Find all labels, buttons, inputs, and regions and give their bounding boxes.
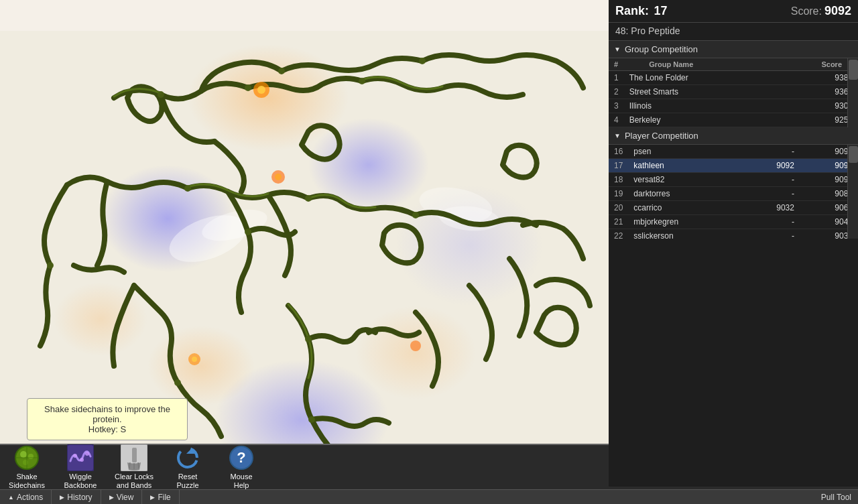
group-row-rank: 2	[609, 85, 624, 99]
history-menu-item[interactable]: ▶ History	[52, 490, 101, 504]
clear-locks-label: Clear Locksand Bands	[115, 472, 154, 490]
reset-puzzle-label: ResetPuzzle	[176, 472, 198, 490]
group-rows-table: 1 The Lone Folder 9388 2 Street Smarts 9…	[609, 71, 858, 127]
reset-puzzle-icon	[174, 444, 201, 471]
actions-label: Actions	[17, 493, 43, 502]
pull-tool-button[interactable]: Pull Tool	[609, 489, 858, 504]
group-table-scroll[interactable]: 1 The Lone Folder 9388 2 Street Smarts 9…	[609, 71, 858, 127]
svg-point-27	[257, 86, 265, 94]
player-row-rank: 20	[609, 201, 628, 215]
svg-point-14	[245, 84, 251, 91]
actions-menu-item[interactable]: ▲ Actions	[0, 490, 52, 504]
rank-display: Rank: 17	[615, 4, 668, 18]
reset-puzzle-button[interactable]: ResetPuzzle	[161, 442, 214, 493]
group-row-rank: 1	[609, 71, 624, 85]
player-table-row: 20 ccarrico 9032 9066	[609, 201, 858, 215]
svg-point-42	[85, 452, 89, 456]
clear-locks-button[interactable]: Clear Locksand Bands	[107, 442, 161, 493]
player-row-prev-score: 9032	[741, 201, 800, 215]
player-row-rank: 19	[609, 187, 628, 201]
group-row-name: The Lone Folder	[624, 71, 790, 85]
group-competition-title: Group Competition	[625, 44, 698, 54]
player-row-rank: 18	[609, 173, 628, 187]
svg-text:?: ?	[237, 449, 245, 466]
player-row-name: sslickerson	[628, 229, 741, 239]
player-row-name: kathleen	[628, 159, 741, 173]
group-scrollbar-thumb[interactable]	[849, 60, 858, 80]
rank-score-bar: Rank: 17 Score: 9092	[609, 0, 858, 23]
svg-point-13	[158, 91, 164, 98]
player-competition-arrow: ▼	[614, 132, 621, 139]
player-competition-header[interactable]: ▼ Player Competition	[609, 127, 858, 145]
player-table-row: 17 kathleen 9092 9092	[609, 159, 858, 173]
shake-sidechains-label: ShakeSidechains	[9, 472, 45, 490]
player-scrollbar-thumb[interactable]	[849, 146, 858, 163]
wiggle-backbone-button[interactable]: WiggleBackbone	[54, 442, 107, 493]
svg-point-34	[20, 451, 27, 458]
svg-point-31	[192, 357, 197, 362]
tooltip-line1: Shake sidechains to improve the protein.	[36, 404, 179, 424]
score-value: 9092	[824, 4, 851, 18]
rank-label: Rank:	[615, 4, 649, 17]
file-arrow-icon: ▶	[150, 494, 155, 501]
player-row-prev-score: -	[741, 229, 800, 239]
player-row-rank: 16	[609, 145, 628, 159]
group-table-row: 2 Street Smarts 9367	[609, 85, 858, 99]
group-scrollbar[interactable]	[847, 58, 858, 127]
player-row-name: mbjorkegren	[628, 215, 741, 229]
score-display: Score: 9092	[791, 4, 851, 18]
group-rank-header: #	[609, 58, 644, 71]
tooltip: Shake sidechains to improve the protein.…	[27, 398, 188, 440]
group-table-row: 4 Berkeley 9255	[609, 113, 858, 127]
history-arrow-icon: ▶	[60, 494, 64, 501]
svg-point-8	[355, 306, 476, 399]
group-row-name: Illinois	[624, 99, 790, 113]
player-row-rank: 22	[609, 229, 628, 239]
group-name-header: Group Name	[644, 58, 774, 71]
group-competition-header[interactable]: ▼ Group Competition	[609, 41, 858, 58]
svg-point-20	[412, 212, 419, 218]
group-table-row: 1 The Lone Folder 9388	[609, 71, 858, 85]
player-row-prev-score: -	[741, 215, 800, 229]
svg-point-32	[410, 340, 421, 351]
group-row-rank: 4	[609, 113, 624, 127]
view-arrow-icon: ▶	[109, 494, 114, 501]
file-label: File	[158, 493, 170, 502]
svg-point-29	[275, 174, 282, 180]
group-competition-table: # Group Name Score	[609, 58, 858, 71]
player-row-rank: 17	[609, 159, 628, 173]
wiggle-backbone-icon	[67, 444, 94, 471]
view-menu-item[interactable]: ▶ View	[101, 490, 143, 504]
score-label: Score:	[791, 5, 822, 17]
actions-arrow-icon: ▲	[8, 494, 14, 501]
player-table-row: 18 versat82 - 9091	[609, 173, 858, 187]
shake-sidechains-button[interactable]: ShakeSidechains	[0, 442, 54, 493]
player-competition-table: 16 psen - 9098 17 kathleen 9092 9092 18 …	[609, 145, 858, 239]
player-row-prev-score: 9092	[741, 159, 800, 173]
svg-point-6	[147, 326, 255, 406]
player-row-rank: 21	[609, 215, 628, 229]
svg-point-18	[184, 185, 191, 192]
mouse-help-icon: ?	[228, 444, 255, 471]
svg-point-23	[305, 336, 312, 342]
svg-point-19	[305, 195, 312, 202]
svg-point-24	[308, 416, 315, 423]
player-table-scroll[interactable]: 16 psen - 9098 17 kathleen 9092 9092 18 …	[609, 145, 858, 239]
player-table-row: 21 mbjorkegren - 9048	[609, 215, 858, 229]
svg-point-36	[23, 460, 28, 465]
mouse-help-label: MouseHelp	[230, 472, 252, 490]
mouse-help-button[interactable]: ? MouseHelp	[214, 442, 268, 493]
svg-point-16	[278, 68, 285, 74]
view-label: View	[117, 493, 134, 502]
player-row-prev-score: -	[741, 173, 800, 187]
toolbar-area: ShakeSidechains WiggleBackbone	[0, 444, 609, 489]
file-menu-item[interactable]: ▶ File	[142, 490, 179, 504]
history-label: History	[67, 493, 92, 502]
player-table-row: 19 darktorres - 9081	[609, 187, 858, 201]
svg-point-7	[54, 282, 147, 356]
wiggle-backbone-label: WiggleBackbone	[64, 472, 97, 490]
svg-point-17	[419, 58, 426, 64]
group-row-rank: 3	[609, 99, 624, 113]
player-scrollbar[interactable]	[847, 145, 858, 239]
svg-point-15	[359, 78, 365, 84]
